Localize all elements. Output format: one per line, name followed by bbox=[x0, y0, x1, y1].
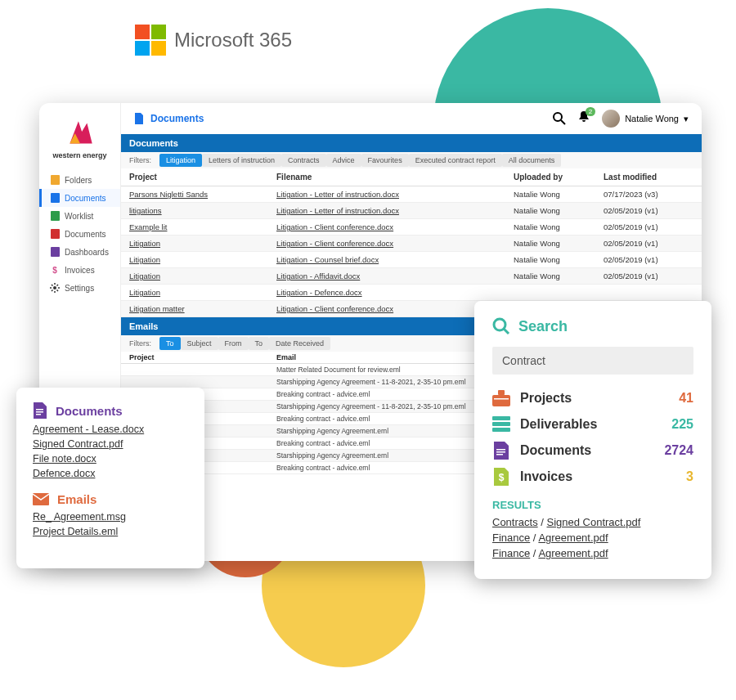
documents-grid-header: Project Filename Uploaded by Last modifi… bbox=[121, 168, 702, 186]
result-folder[interactable]: Contracts bbox=[492, 516, 538, 528]
svg-point-6 bbox=[554, 113, 562, 121]
cell-uploaded: Natalie Wong bbox=[514, 222, 604, 231]
sidebar-item-settings[interactable]: Settings bbox=[39, 279, 120, 297]
filter-chip[interactable]: Contracts bbox=[281, 154, 326, 167]
result-file[interactable]: Agreement.pdf bbox=[538, 532, 608, 544]
stat-inv[interactable]: $Invoices3 bbox=[492, 468, 693, 486]
chart-icon bbox=[50, 247, 60, 257]
filter-chip[interactable]: Executed contract report bbox=[409, 154, 502, 167]
chevron-down-icon: ▾ bbox=[684, 114, 689, 124]
cell-filename[interactable]: Litigation - Affidavit.docx bbox=[276, 271, 514, 280]
table-row[interactable]: Example litLitigation - Client conferenc… bbox=[121, 219, 702, 236]
document-link[interactable]: Signed Contract.pdf bbox=[33, 438, 188, 450]
table-row[interactable]: litigationsLitigation - Letter of instru… bbox=[121, 203, 702, 219]
nav-label: Dashboards bbox=[65, 248, 109, 257]
cell-project[interactable]: litigations bbox=[129, 206, 276, 215]
result-folder[interactable]: Finance bbox=[492, 532, 530, 544]
svg-rect-12 bbox=[492, 395, 510, 406]
cell-project[interactable]: Parsons Nigletti Sands bbox=[129, 190, 276, 199]
table-row[interactable]: LitigationLitigation - Affidavit.docxNat… bbox=[121, 268, 702, 285]
document-link[interactable]: File note.docx bbox=[33, 453, 188, 464]
stat-value: 41 bbox=[679, 391, 693, 406]
svg-rect-14 bbox=[494, 398, 509, 400]
email-filter-chip[interactable]: To bbox=[249, 337, 270, 350]
svg-point-11 bbox=[494, 319, 505, 330]
company-name: western energy bbox=[39, 152, 120, 159]
emails-title: Emails bbox=[57, 492, 96, 506]
stat-deliv[interactable]: Deliverables225 bbox=[492, 415, 693, 433]
filter-chip[interactable]: Litigation bbox=[159, 154, 202, 167]
cell-modified: 02/05/2019 (v1) bbox=[604, 271, 693, 280]
cell-filename[interactable]: Litigation - Letter of instruction.docx bbox=[276, 190, 514, 199]
cell-project[interactable]: Litigation bbox=[129, 288, 276, 297]
cell-modified: 07/17/2023 (v3) bbox=[604, 190, 693, 199]
result-file[interactable]: Agreement.pdf bbox=[538, 547, 608, 559]
cell-project[interactable]: Litigation bbox=[129, 271, 276, 280]
table-row[interactable]: LitigationLitigation - Counsel brief.doc… bbox=[121, 252, 702, 268]
result-file[interactable]: Signed Contract.pdf bbox=[546, 516, 640, 528]
cell-modified: 02/05/2019 (v1) bbox=[604, 206, 693, 215]
cell-filename[interactable]: Litigation - Defence.docx bbox=[276, 288, 514, 297]
search-result: Finance / Agreement.pdf bbox=[492, 547, 693, 559]
table-row[interactable]: LitigationLitigation - Client conference… bbox=[121, 236, 702, 252]
avatar bbox=[602, 110, 620, 128]
results-heading: RESULTS bbox=[492, 499, 693, 511]
sidebar-item-worklist[interactable]: Worklist bbox=[39, 207, 120, 225]
search-icon[interactable] bbox=[553, 112, 566, 125]
cell-filename[interactable]: Litigation - Client conference.docx bbox=[276, 239, 514, 248]
result-folder[interactable]: Finance bbox=[492, 547, 530, 559]
microsoft-icon bbox=[135, 25, 166, 56]
search-result: Contracts / Signed Contract.pdf bbox=[492, 516, 693, 528]
notif-badge: 2 bbox=[586, 107, 595, 116]
notifications-button[interactable]: 2 bbox=[577, 110, 590, 127]
email-link[interactable]: Project Details.eml bbox=[33, 526, 188, 537]
sheet-icon bbox=[50, 211, 60, 221]
cell-project[interactable]: Litigation bbox=[129, 255, 276, 264]
cell-uploaded: Natalie Wong bbox=[514, 206, 604, 215]
page-title: Documents bbox=[150, 113, 204, 124]
cell-project[interactable]: Example lit bbox=[129, 222, 276, 231]
sidebar-item-invoices[interactable]: $Invoices bbox=[39, 261, 120, 279]
document-link[interactable]: Agreement - Lease.docx bbox=[33, 424, 188, 435]
cell-filename[interactable]: Litigation - Counsel brief.docx bbox=[276, 255, 514, 264]
user-name: Natalie Wong bbox=[625, 114, 679, 123]
col-email-project[interactable]: Project bbox=[129, 353, 276, 361]
filter-chip[interactable]: Favourites bbox=[361, 154, 409, 167]
email-filter-chip[interactable]: Date Received bbox=[269, 337, 330, 350]
stat-projects[interactable]: Projects41 bbox=[492, 389, 693, 407]
email-filter-chip[interactable]: From bbox=[218, 337, 249, 350]
search-input[interactable]: Contract bbox=[492, 347, 693, 375]
col-filename[interactable]: Filename bbox=[276, 173, 514, 182]
svg-rect-4 bbox=[51, 247, 60, 257]
cell-modified bbox=[604, 288, 693, 297]
cell-filename[interactable]: Litigation - Letter of instruction.docx bbox=[276, 206, 514, 215]
stat-icon: $ bbox=[492, 468, 510, 486]
table-row[interactable]: LitigationLitigation - Defence.docx bbox=[121, 285, 702, 301]
email-filter-chip[interactable]: To bbox=[159, 337, 181, 350]
col-project[interactable]: Project bbox=[129, 173, 276, 182]
cell-uploaded: Natalie Wong bbox=[514, 239, 604, 248]
user-menu[interactable]: Natalie Wong ▾ bbox=[602, 110, 689, 128]
col-uploaded[interactable]: Uploaded by bbox=[514, 173, 604, 182]
document-link[interactable]: Defence.docx bbox=[33, 468, 188, 479]
svg-rect-1 bbox=[51, 193, 60, 203]
filter-chip[interactable]: All documents bbox=[502, 154, 562, 167]
topbar: Documents 2 Natalie Wong ▾ bbox=[121, 103, 702, 134]
filter-chip[interactable]: Letters of instruction bbox=[202, 154, 281, 167]
sidebar-item-folders[interactable]: Folders bbox=[39, 171, 120, 189]
table-row[interactable]: Parsons Nigletti SandsLitigation - Lette… bbox=[121, 186, 702, 203]
ms365-label: Microsoft 365 bbox=[174, 29, 292, 52]
cell-project[interactable]: Litigation bbox=[129, 239, 276, 248]
stat-docs[interactable]: Documents2724 bbox=[492, 442, 693, 460]
col-modified[interactable]: Last modified bbox=[604, 173, 693, 182]
stat-label: Projects bbox=[520, 391, 669, 406]
filter-chip[interactable]: Advice bbox=[326, 154, 361, 167]
cell-project[interactable]: Litigation matter bbox=[129, 304, 276, 313]
cell-filename[interactable]: Litigation - Client conference.docx bbox=[276, 222, 514, 231]
sidebar-item-dashboards[interactable]: Dashboards bbox=[39, 243, 120, 261]
email-link[interactable]: Re_ Agreement.msg bbox=[33, 511, 188, 523]
sidebar-item-documents[interactable]: Documents bbox=[39, 189, 120, 207]
company-logo bbox=[63, 116, 97, 150]
sidebar-item-documents[interactable]: Documents bbox=[39, 225, 120, 243]
email-filter-chip[interactable]: Subject bbox=[181, 337, 218, 350]
